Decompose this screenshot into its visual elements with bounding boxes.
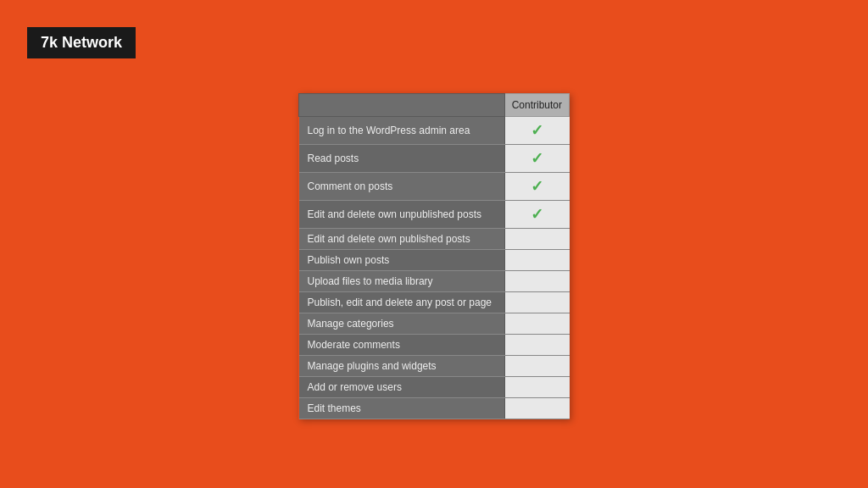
capability-check xyxy=(504,250,569,271)
capability-check xyxy=(504,356,569,377)
capability-label: Manage plugins and widgets xyxy=(299,356,505,377)
checkmark-icon: ✓ xyxy=(531,206,543,223)
table-row: Manage categories xyxy=(299,313,570,335)
capability-check xyxy=(504,335,569,356)
capability-label: Read posts xyxy=(299,145,505,173)
capability-check xyxy=(504,398,569,419)
capability-check: ✓ xyxy=(504,201,569,229)
capability-label: Edit themes xyxy=(299,398,505,419)
table-row: Moderate comments xyxy=(299,335,570,356)
checkmark-icon: ✓ xyxy=(531,150,543,167)
capability-label: Publish, edit and delete any post or pag… xyxy=(299,292,505,313)
capability-label: Publish own posts xyxy=(299,250,505,271)
table-row: Publish own posts xyxy=(299,250,570,271)
checkmark-icon: ✓ xyxy=(531,122,543,139)
brand-logo: 7k Network xyxy=(27,27,136,58)
table-row: Log in to the WordPress admin area✓ xyxy=(299,117,570,145)
capability-check xyxy=(504,271,569,292)
capability-check xyxy=(504,313,569,335)
table-row: Read posts✓ xyxy=(299,145,570,173)
capability-check: ✓ xyxy=(504,117,569,145)
table-header-capability xyxy=(299,94,505,117)
table-row: Comment on posts✓ xyxy=(299,173,570,201)
capability-label: Moderate comments xyxy=(299,335,505,356)
table-row: Manage plugins and widgets xyxy=(299,356,570,377)
capability-label: Comment on posts xyxy=(299,173,505,201)
table-row: Edit and delete own unpublished posts✓ xyxy=(299,201,570,229)
checkmark-icon: ✓ xyxy=(531,178,543,195)
capability-label: Edit and delete own published posts xyxy=(299,229,505,250)
capability-check: ✓ xyxy=(504,173,569,201)
capability-label: Manage categories xyxy=(299,313,505,335)
table-header-contributor: Contributor xyxy=(504,94,569,117)
table-row: Add or remove users xyxy=(299,377,570,398)
table-row: Edit themes xyxy=(299,398,570,419)
table-row: Publish, edit and delete any post or pag… xyxy=(299,292,570,313)
capability-label: Log in to the WordPress admin area xyxy=(299,117,505,145)
table-row: Edit and delete own published posts xyxy=(299,229,570,250)
table-row: Upload files to media library xyxy=(299,271,570,292)
capabilities-table: Contributor Log in to the WordPress admi… xyxy=(298,93,570,419)
capability-check: ✓ xyxy=(504,145,569,173)
capability-label: Add or remove users xyxy=(299,377,505,398)
capability-label: Upload files to media library xyxy=(299,271,505,292)
capability-label: Edit and delete own unpublished posts xyxy=(299,201,505,229)
capability-check xyxy=(504,229,569,250)
capability-check xyxy=(504,377,569,398)
capability-check xyxy=(504,292,569,313)
